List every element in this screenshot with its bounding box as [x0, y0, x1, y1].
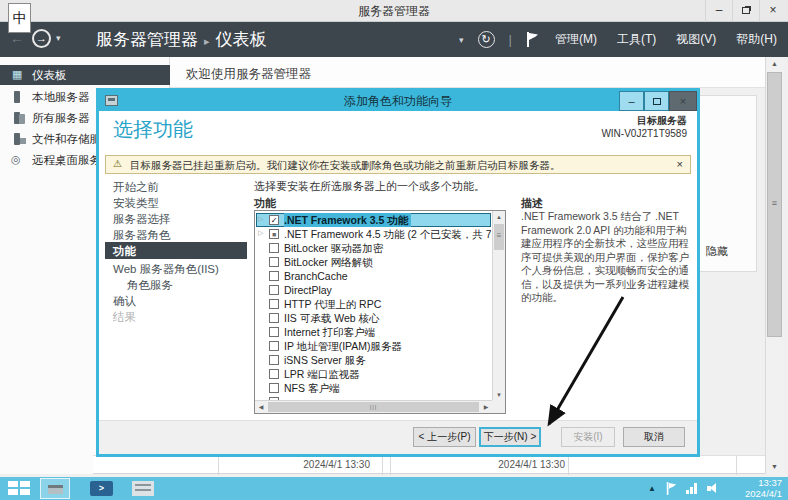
feature-row-iis-hostable-core[interactable]: IIS 可承载 Web 核心	[256, 311, 491, 325]
feature-row-isns[interactable]: iSNS Server 服务	[256, 353, 491, 367]
dialog-maximize-button[interactable]	[644, 91, 669, 111]
checkbox-unchecked[interactable]	[269, 257, 279, 267]
scrollbar-thumb[interactable]: ≡	[494, 224, 504, 250]
feature-row-lpr[interactable]: LPR 端口监视器	[256, 367, 491, 381]
checkbox-unchecked[interactable]	[269, 299, 279, 309]
expander-icon[interactable]: ▷	[258, 229, 263, 237]
wizard-nav-role-services[interactable]: 角色服务	[127, 278, 173, 293]
wizard-nav-features-selected[interactable]: 功能	[105, 242, 247, 259]
breadcrumb-root[interactable]: 服务器管理器	[96, 30, 198, 49]
previous-button[interactable]: < 上一步(P)	[413, 427, 476, 447]
wizard-nav-server-selection[interactable]: 服务器选择	[113, 212, 171, 227]
window-close-button[interactable]: ×	[759, 0, 786, 22]
tray-expand-icon[interactable]: ▲	[648, 484, 656, 493]
wizard-nav-install-type[interactable]: 安装类型	[113, 196, 159, 211]
windows-logo-icon	[8, 489, 18, 495]
main-scrollbar[interactable]: ▲ ≡ ▼	[765, 57, 783, 474]
taskbar-explorer-button[interactable]	[132, 481, 154, 496]
network-icon[interactable]	[686, 483, 698, 494]
menu-tools[interactable]: 工具(T)	[614, 31, 659, 48]
dialog-minimize-button[interactable]: –	[619, 91, 644, 111]
sidebar-item-dashboard[interactable]: ▦ 仪表板	[0, 65, 170, 85]
scrollbar-thumb[interactable]: ≡	[767, 72, 782, 337]
menu-manage[interactable]: 管理(M)	[552, 31, 600, 48]
checkbox-unchecked[interactable]	[269, 313, 279, 323]
feature-row-ipam[interactable]: IP 地址管理(IPAM)服务器	[256, 339, 491, 353]
install-button[interactable]: 安装(I)	[561, 427, 615, 447]
cancel-button[interactable]: 取消	[623, 427, 685, 447]
warning-close-icon[interactable]: ×	[677, 158, 683, 170]
breadcrumb-current[interactable]: 仪表板	[216, 30, 267, 49]
wizard-nav-confirmation[interactable]: 确认	[113, 294, 136, 309]
scroll-right-icon[interactable]: ▶	[480, 401, 492, 413]
checkbox-unchecked[interactable]	[269, 243, 279, 253]
wizard-nav-server-roles[interactable]: 服务器角色	[113, 228, 171, 243]
sidebar-item-label: 所有服务器	[32, 111, 90, 126]
feature-label: NFS 客户端	[284, 381, 491, 395]
list-vertical-scrollbar[interactable]: ▲ ≡ ▼	[492, 211, 505, 401]
feature-row-net45[interactable]: ▷ ■ .NET Framework 4.5 功能 (2 个已安装，共 7 个)	[256, 227, 491, 241]
menu-help[interactable]: 帮助(H)	[733, 31, 780, 48]
checkbox-unchecked[interactable]	[269, 355, 279, 365]
dialog-close-button[interactable]: ×	[669, 91, 697, 111]
feature-row-nfs-client[interactable]: NFS 客户端	[256, 381, 491, 395]
list-horizontal-scrollbar[interactable]: ◀ ||| ▶	[255, 400, 492, 413]
feature-row-rpc-http-proxy[interactable]: HTTP 代理上的 RPC	[256, 297, 491, 311]
next-button[interactable]: 下一步(N) >	[479, 427, 541, 447]
window-lines-icon	[135, 484, 151, 486]
checkbox-unchecked[interactable]	[269, 271, 279, 281]
sidebar-item-label: 本地服务器	[32, 90, 90, 105]
notifications-caret-icon[interactable]: ▾	[459, 35, 464, 45]
scrollbar-corner	[492, 400, 505, 413]
taskbar-powershell-button[interactable]: >	[90, 481, 113, 496]
taskbar: > ▲ 13:37 2024/4/1	[0, 477, 788, 500]
clock-date: 2024/4/1	[745, 489, 782, 500]
hide-link[interactable]: 隐藏	[706, 244, 728, 259]
feature-row-net35[interactable]: ▷ ✓ .NET Framework 3.5 功能	[256, 213, 491, 227]
window-minimize-button[interactable]: –	[705, 0, 732, 22]
checkbox-unchecked[interactable]	[269, 285, 279, 295]
start-button[interactable]	[8, 481, 30, 496]
checkbox-unchecked[interactable]	[269, 327, 279, 337]
checkbox-unchecked[interactable]	[269, 341, 279, 351]
wizard-nav-web-server-iis[interactable]: Web 服务器角色(IIS)	[113, 262, 219, 277]
checkbox-checked[interactable]: ✓	[269, 215, 279, 225]
dialog-titlebar[interactable]: 添加角色和功能向导 – ×	[99, 91, 697, 111]
notification-flag-icon[interactable]	[526, 32, 538, 47]
refresh-icon[interactable]: ↻	[478, 31, 495, 48]
scroll-left-icon[interactable]: ◀	[255, 401, 267, 413]
wizard-nav-before-begin[interactable]: 开始之前	[113, 180, 159, 195]
checkbox-partial[interactable]: ■	[269, 229, 279, 239]
wizard-nav-results: 结果	[113, 310, 136, 325]
volume-icon[interactable]	[707, 483, 718, 494]
expander-icon[interactable]: ▷	[258, 215, 263, 223]
feature-row-bitlocker-network[interactable]: BitLocker 网络解锁	[256, 255, 491, 269]
wizard-nav-label: 功能	[113, 244, 136, 259]
checkbox-unchecked[interactable]	[269, 383, 279, 393]
forward-arrow-icon[interactable]: →	[32, 29, 51, 48]
warning-icon: ⚠	[113, 158, 122, 169]
feature-label: DirectPlay	[284, 283, 491, 297]
table-divider	[390, 456, 391, 475]
scroll-up-icon[interactable]: ▲	[493, 211, 505, 223]
add-roles-features-wizard: 添加角色和功能向导 – × 选择功能 目标服务器 WIN-V0J2T1T9589…	[96, 88, 700, 457]
feature-label: .NET Framework 4.5 功能 (2 个已安装，共 7 个)	[284, 227, 491, 241]
menu-view[interactable]: 视图(V)	[673, 31, 719, 48]
feature-row-bitlocker-drive[interactable]: BitLocker 驱动器加密	[256, 241, 491, 255]
feature-row-internet-print-client[interactable]: Internet 打印客户端	[256, 325, 491, 339]
ime-indicator[interactable]: 中	[8, 3, 31, 33]
table-divider	[218, 456, 219, 475]
feature-row-directplay[interactable]: DirectPlay	[256, 283, 491, 297]
scrollbar-thumb[interactable]: |||	[268, 402, 479, 412]
forward-caret-icon[interactable]: ▾	[56, 33, 61, 43]
feature-row-branchcache[interactable]: BranchCache	[256, 269, 491, 283]
scroll-up-icon[interactable]: ▲	[766, 57, 783, 71]
action-center-flag-icon[interactable]	[666, 482, 676, 495]
taskbar-server-manager-button[interactable]	[40, 478, 70, 499]
scroll-down-icon[interactable]: ▼	[766, 460, 783, 474]
taskbar-clock[interactable]: 13:37 2024/4/1	[745, 478, 782, 499]
features-list: ▷ ✓ .NET Framework 3.5 功能 ▷ ■ .NET Frame…	[254, 210, 506, 414]
checkbox-unchecked[interactable]	[269, 369, 279, 379]
page-title: 选择功能	[113, 116, 193, 143]
window-restore-button[interactable]	[732, 0, 759, 22]
